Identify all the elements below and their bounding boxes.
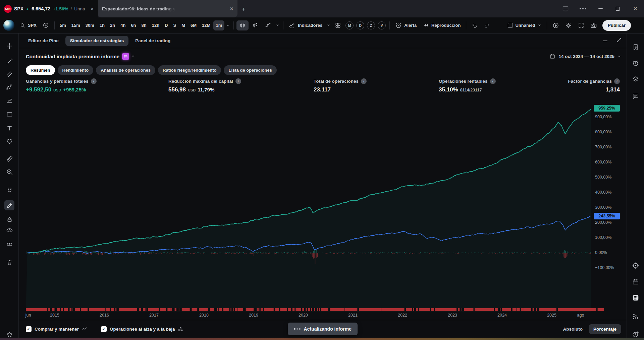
redo-button[interactable]	[481, 20, 492, 30]
minimize-button[interactable]	[592, 0, 609, 17]
info-icon[interactable]: i	[490, 78, 496, 84]
widget-calendar[interactable]	[631, 277, 641, 287]
report-title[interactable]: Continuidad implícita premium informe	[26, 54, 119, 59]
widget-chat[interactable]	[631, 91, 641, 101]
timeframe-5m[interactable]: 5m	[57, 20, 68, 30]
snapshot-button[interactable]	[588, 20, 600, 30]
long-short-checkbox[interactable]: ✓ Operaciones al alza y a la baja	[101, 326, 183, 332]
timeframe-6h[interactable]: 6h	[128, 20, 138, 30]
tool-eye[interactable]	[4, 225, 14, 235]
timeframe-1m[interactable]: 1m	[213, 20, 224, 30]
close-tab-icon[interactable]: ✕	[90, 6, 94, 11]
settings-button[interactable]	[562, 20, 575, 30]
quick-button-M[interactable]: M	[345, 21, 354, 29]
date-range-selector[interactable]: 14 oct 2024 — 14 oct 2025	[549, 53, 621, 59]
indicator-templates-button[interactable]	[332, 20, 344, 30]
report-pill-3[interactable]: Ratios riesgo/rendimiento	[158, 65, 221, 75]
tool-emoji[interactable]	[4, 136, 14, 146]
new-tab-button[interactable]: ＋	[237, 0, 250, 17]
text-icon	[6, 125, 13, 132]
up-arrow-icon: ▲	[26, 7, 29, 11]
replay-button[interactable]: Reproducción	[420, 20, 463, 30]
panel-tab-0[interactable]: Editor de Pine	[23, 36, 63, 46]
panel-tab-2[interactable]: Panel de trading	[130, 36, 175, 46]
tool-trash[interactable]	[4, 257, 14, 267]
absolute-scale-button[interactable]: Absoluto	[560, 325, 585, 334]
info-icon[interactable]: i	[614, 78, 620, 84]
tool-forecast[interactable]	[4, 95, 14, 105]
widget-watchlist[interactable]	[631, 42, 641, 52]
more-options-icon[interactable]	[574, 0, 592, 17]
tab-overview-icon[interactable]	[557, 0, 574, 17]
quick-actions-button[interactable]	[550, 20, 562, 30]
timeframe-6M[interactable]: 6M	[188, 20, 199, 30]
indicators-button[interactable]: Indicadores	[286, 20, 325, 30]
tool-lock[interactable]	[4, 214, 14, 224]
timeframe-D[interactable]: D	[162, 20, 170, 30]
idea-tab[interactable]: Especulador96: ideas de trading y ✕	[98, 0, 237, 17]
chart-type-menu-button[interactable]	[275, 20, 280, 30]
quick-button-Z[interactable]: Z	[367, 21, 375, 29]
info-icon[interactable]: i	[361, 78, 367, 84]
tool-magnet[interactable]	[4, 185, 14, 195]
chart-type-candles-button[interactable]	[236, 20, 249, 30]
quick-button-D[interactable]: D	[356, 21, 364, 29]
percent-scale-button[interactable]: Porcentaje	[589, 324, 621, 334]
maximize-button[interactable]	[609, 0, 627, 17]
line-type-button[interactable]	[262, 20, 274, 30]
info-icon[interactable]: i	[91, 78, 97, 84]
toolbar-divider	[54, 21, 55, 29]
tool-ruler[interactable]	[4, 154, 14, 164]
tool-draw[interactable]	[4, 200, 14, 210]
timeframe-30m[interactable]: 30m	[83, 20, 97, 30]
timeframe-15m[interactable]: 15m	[69, 20, 83, 30]
premium-report-icon[interactable]	[122, 53, 129, 60]
report-pill-4[interactable]: Lista de operaciones	[224, 65, 276, 75]
tool-zoomin[interactable]	[4, 167, 14, 177]
tool-pattern[interactable]	[4, 82, 14, 92]
panel-minimize-icon[interactable]	[603, 41, 607, 41]
timeframe-12h[interactable]: 12h	[150, 20, 162, 30]
tool-crosshair[interactable]	[4, 41, 14, 51]
close-window-button[interactable]: ✕	[627, 0, 644, 17]
indicators-menu-button[interactable]	[326, 20, 331, 30]
report-pill-1[interactable]: Rendimiento	[58, 65, 94, 75]
panel-tab-1[interactable]: Simulador de estrategias	[65, 36, 129, 46]
fullscreen-button[interactable]	[575, 20, 587, 30]
close-tab-icon[interactable]: ✕	[230, 6, 233, 11]
tool-channel[interactable]	[4, 69, 14, 79]
user-avatar[interactable]	[3, 20, 14, 31]
publish-button[interactable]: Publicar	[602, 20, 631, 31]
widget-signal[interactable]	[631, 312, 641, 322]
layout-button[interactable]: Unnamed	[505, 20, 544, 30]
timeframe-4h[interactable]: 4h	[118, 20, 128, 30]
timeframe-1h[interactable]: 1h	[97, 20, 107, 30]
info-icon[interactable]: i	[235, 78, 241, 84]
report-pill-2[interactable]: Análisis de operaciones	[96, 65, 155, 75]
timeframe-menu-button[interactable]	[225, 20, 231, 30]
panel-expand-icon[interactable]	[616, 37, 622, 44]
tool-shapes[interactable]	[4, 109, 14, 119]
tool-text[interactable]	[4, 123, 14, 133]
tool-link[interactable]	[4, 239, 14, 249]
widget-apps[interactable]	[631, 293, 641, 303]
undo-button[interactable]	[469, 20, 480, 30]
chart-tab-spx[interactable]: 500 SPX ▲ 6.654,72 +1.56% / Unna ✕	[0, 0, 98, 17]
chart-type-alt-button[interactable]	[249, 20, 261, 30]
timeframe-M[interactable]: M	[179, 20, 187, 30]
buy-hold-checkbox[interactable]: ✓ Comprar y mantener	[26, 326, 88, 332]
symbol-search-button[interactable]: SPX	[17, 20, 39, 30]
alert-button[interactable]: Alerta	[392, 20, 419, 30]
tool-trendline[interactable]	[4, 56, 14, 66]
widget-target[interactable]	[631, 261, 641, 271]
chevron-down-icon[interactable]	[131, 53, 135, 59]
add-symbol-button[interactable]	[40, 20, 52, 30]
report-pill-0[interactable]: Resumen	[26, 65, 55, 75]
widget-clock[interactable]	[631, 58, 641, 68]
widget-layers[interactable]	[631, 74, 641, 84]
timeframe-12M[interactable]: 12M	[200, 20, 213, 30]
timeframe-8h[interactable]: 8h	[139, 20, 149, 30]
quick-button-V[interactable]: V	[378, 21, 386, 29]
timeframe-2h[interactable]: 2h	[108, 20, 117, 30]
timeframe-S[interactable]: S	[171, 20, 179, 30]
